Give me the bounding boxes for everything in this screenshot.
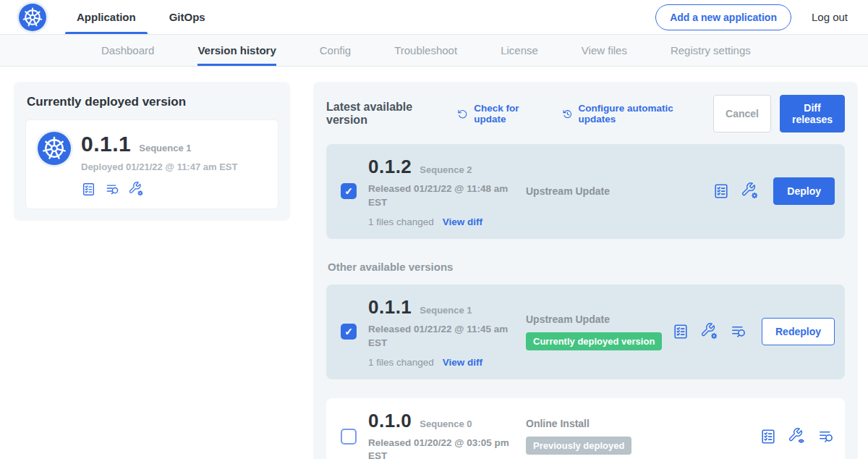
other-versions-title: Other available versions — [328, 261, 845, 273]
view-files-icon[interactable] — [105, 182, 120, 197]
version-number: 0.1.0 — [368, 410, 412, 432]
deployed-version-card: 0.1.1 Sequence 1 Deployed 01/21/22 @ 11:… — [25, 119, 278, 209]
currently-deployed-badge: Currently deployed version — [526, 332, 662, 350]
released-timestamp: Released 01/20/22 @ 03:05 pm EST — [368, 437, 510, 459]
released-timestamp: Released 01/21/22 @ 11:48 am EST — [368, 182, 510, 210]
tab-troubleshoot[interactable]: Troubleshoot — [394, 35, 457, 66]
available-versions-panel: Latest available version Check for updat… — [313, 82, 858, 459]
released-timestamp: Released 01/21/22 @ 11:45 am EST — [368, 323, 510, 350]
row-actions — [760, 428, 835, 445]
header-buttons: Cancel Diff releases — [713, 95, 845, 132]
kubernetes-logo-icon[interactable] — [22, 7, 43, 28]
version-source: Upstream Update Currently deployed versi… — [513, 313, 672, 350]
sequence-label: Sequence 1 — [420, 305, 472, 316]
files-changed-label: 1 files changed — [368, 357, 434, 368]
tab-license[interactable]: License — [501, 35, 538, 66]
edit-config-icon[interactable] — [129, 182, 144, 197]
preflight-checks-icon[interactable] — [712, 182, 730, 200]
view-files-icon[interactable] — [817, 428, 835, 445]
check-for-update-link[interactable]: Check for update — [456, 103, 540, 125]
files-changed-label: 1 files changed — [368, 216, 434, 227]
top-nav-tabs: Application GitOps — [77, 0, 205, 34]
tab-dashboard[interactable]: Dashboard — [101, 35, 154, 66]
tab-gitops[interactable]: GitOps — [169, 0, 205, 34]
row-actions: Deploy — [712, 177, 835, 205]
row-actions: Redeploy — [672, 318, 835, 345]
sequence-label: Sequence 2 — [420, 164, 472, 175]
version-number: 0.1.2 — [368, 156, 412, 178]
preflight-checks-icon[interactable] — [760, 428, 777, 445]
view-files-icon[interactable] — [730, 323, 747, 340]
version-info: 0.1.1 Sequence 1 Released 01/21/22 @ 11:… — [368, 296, 513, 368]
deployed-panel-title: Currently deployed version — [27, 95, 278, 109]
source-label: Upstream Update — [526, 185, 712, 197]
version-source: Online Install Previously deployed — [513, 418, 760, 455]
kubernetes-logo-icon[interactable] — [41, 135, 67, 161]
deployed-sequence-label: Sequence 1 — [139, 143, 191, 153]
deployed-version-info: 0.1.1 Sequence 1 Deployed 01/21/22 @ 11:… — [81, 132, 237, 197]
tab-config[interactable]: Config — [320, 35, 351, 66]
check-update-icon — [456, 108, 469, 120]
top-nav-right: Add a new application Log out — [655, 4, 848, 30]
auto-update-icon — [561, 108, 574, 120]
kubernetes-logo-icon — [19, 4, 46, 31]
version-checkbox[interactable]: ✓ — [341, 324, 357, 340]
latest-available-title: Latest available version — [326, 101, 439, 127]
auto-update-icon[interactable] — [561, 108, 574, 120]
edit-config-icon[interactable] — [701, 323, 718, 340]
configure-automatic-updates-link[interactable]: Configure automatic updates — [561, 103, 693, 125]
view-diff-link[interactable]: View diff — [443, 357, 482, 368]
configure-updates-label: Configure automatic updates — [579, 103, 693, 125]
previously-deployed-badge: Previously deployed — [526, 437, 631, 455]
top-nav: Application GitOps Add a new application… — [0, 0, 868, 35]
version-info: 0.1.2 Sequence 2 Released 01/21/22 @ 11:… — [368, 156, 513, 227]
redeploy-button[interactable]: Redeploy — [762, 318, 835, 345]
kubernetes-logo-icon — [38, 132, 71, 165]
view-diff-link[interactable]: View diff — [443, 216, 482, 227]
tab-registry-settings[interactable]: Registry settings — [671, 35, 751, 66]
source-label: Upstream Update — [526, 313, 672, 325]
app-sub-nav: Dashboard Version history Config Trouble… — [0, 35, 868, 67]
currently-deployed-panel: Currently deployed version 0.1.1 Sequenc… — [14, 82, 290, 221]
tab-view-files[interactable]: View files — [582, 35, 627, 66]
preflight-checks-icon[interactable] — [672, 323, 689, 340]
preflight-checks-icon[interactable] — [81, 182, 96, 197]
version-checkbox[interactable] — [341, 429, 357, 445]
diff-releases-button[interactable]: Diff releases — [780, 95, 845, 132]
deployed-timestamp: Deployed 01/21/22 @ 11:47 am EST — [81, 161, 237, 172]
main-content: Currently deployed version 0.1.1 Sequenc… — [0, 67, 868, 459]
check-update-icon[interactable] — [456, 108, 469, 120]
version-info: 0.1.0 Sequence 0 Released 01/20/22 @ 03:… — [368, 410, 513, 459]
version-row: ✓ 0.1.1 Sequence 1 Released 01/21/22 @ 1… — [326, 285, 845, 379]
add-application-button[interactable]: Add a new application — [655, 4, 791, 30]
cancel-button[interactable]: Cancel — [713, 95, 771, 132]
sequence-label: Sequence 0 — [420, 418, 472, 429]
version-number: 0.1.1 — [368, 296, 412, 319]
tab-version-history[interactable]: Version history — [197, 35, 276, 66]
logout-link[interactable]: Log out — [812, 11, 848, 23]
version-checkbox[interactable]: ✓ — [341, 183, 357, 199]
deployed-version-number: 0.1.1 — [81, 132, 131, 156]
tab-application[interactable]: Application — [77, 0, 136, 34]
version-row: ✓ 0.1.2 Sequence 2 Released 01/21/22 @ 1… — [326, 144, 845, 239]
version-row: 0.1.0 Sequence 0 Released 01/20/22 @ 03:… — [326, 398, 845, 459]
version-source: Upstream Update — [513, 185, 712, 197]
check-for-update-label: Check for update — [474, 103, 540, 125]
edit-config-icon[interactable] — [741, 182, 759, 200]
deployed-action-icons — [81, 182, 237, 197]
source-label: Online Install — [526, 418, 760, 429]
available-panel-header: Latest available version Check for updat… — [326, 95, 845, 132]
view-config-icon[interactable] — [788, 428, 806, 445]
deploy-button[interactable]: Deploy — [773, 177, 835, 205]
